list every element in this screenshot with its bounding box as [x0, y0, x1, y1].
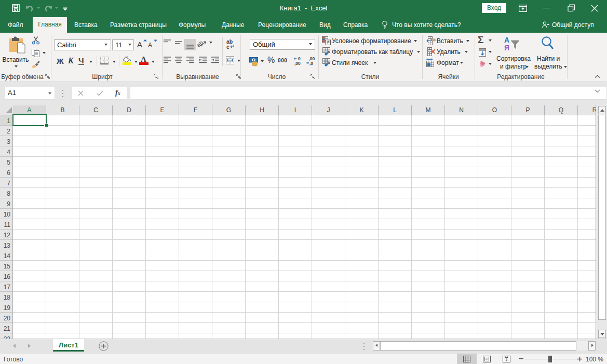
svg-text:ab: ab — [195, 39, 204, 48]
svg-text:А: А — [504, 36, 509, 44]
svg-text:Я: Я — [504, 44, 509, 52]
svg-text:,00: ,00 — [294, 61, 301, 66]
svg-text:c: c — [226, 44, 230, 50]
svg-text:,0: ,0 — [309, 61, 313, 66]
